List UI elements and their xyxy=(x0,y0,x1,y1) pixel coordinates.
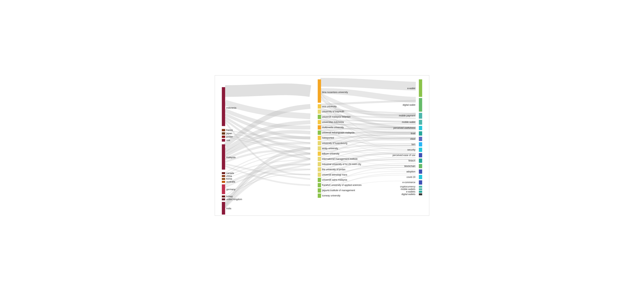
label-ecommerce: e-commerce xyxy=(402,181,416,184)
label-tam: tam xyxy=(412,143,416,146)
label-security: security xyxy=(407,148,415,151)
label-usa: usa xyxy=(226,139,230,142)
node-kebangsaan xyxy=(318,130,321,135)
node-security xyxy=(419,148,422,152)
node-indonesia xyxy=(222,87,225,126)
node-perceived-ease xyxy=(419,153,422,158)
label-telkom: telkom university xyxy=(322,152,339,155)
label-notreported: notreported xyxy=(322,136,334,139)
node-digital-wallets xyxy=(419,193,422,195)
label-covid19: covid-19 xyxy=(406,176,416,178)
label-amity: amity university xyxy=(322,147,338,150)
node-australia xyxy=(222,181,225,183)
node-bina-nusantara xyxy=(318,80,321,103)
node-mobile-payment xyxy=(419,113,422,118)
node-sains-malaysia xyxy=(318,178,321,182)
node-ecommerce xyxy=(419,180,422,185)
label-uk: united kingdom xyxy=(226,198,242,201)
label-australia: australia xyxy=(226,180,235,183)
node-fintech xyxy=(419,158,422,163)
label-blockchain: blockchain xyxy=(404,165,415,168)
label-e-wallet: e-wallet xyxy=(407,87,416,90)
node-cryptocurrency xyxy=(419,186,422,188)
node-trust xyxy=(419,131,422,136)
node-covid19 xyxy=(419,175,422,179)
node-korea xyxy=(222,178,225,180)
node-amity xyxy=(318,146,321,150)
label-e-wallets: e-wallets xyxy=(406,190,415,193)
node-telkom xyxy=(318,152,321,156)
node-jordan xyxy=(222,136,225,138)
node-france xyxy=(222,129,225,131)
label-jordan-uni: the university of jordan xyxy=(322,168,346,171)
label-bayreuth: university of bayreuth xyxy=(322,110,344,113)
label-frankfurt: frankfurt university of applied sciences xyxy=(322,184,362,186)
node-tam xyxy=(419,142,422,146)
node-imi xyxy=(318,157,321,161)
label-jordan: jordan xyxy=(226,135,233,138)
sankey-chart: indonesia france japan jordan usa malays… xyxy=(215,75,429,216)
node-china xyxy=(222,175,225,177)
label-kelantan: universiti malaysia kelantan xyxy=(322,116,350,118)
label-sains-malaysia: universiti sains malaysia xyxy=(322,178,347,181)
label-germany: germany xyxy=(226,188,236,191)
label-bina-nusantara: bina nusantara university xyxy=(322,91,348,94)
node-mobile-wallets xyxy=(419,188,422,190)
node-uk xyxy=(222,198,225,200)
node-sunway xyxy=(318,194,321,198)
node-blockchain xyxy=(419,164,422,168)
label-industrial-hcm: industrial university of ho chi minh cit… xyxy=(322,163,361,166)
node-frankfurt xyxy=(318,183,321,187)
node-usa xyxy=(222,139,225,142)
node-industrial-hcm xyxy=(318,162,321,166)
label-trust: trust xyxy=(411,132,416,135)
node-universitas-indonesia xyxy=(318,120,321,124)
label-mobile-payment: mobile payment xyxy=(399,114,416,117)
label-jaipuria: jaipuria institute of management xyxy=(322,189,355,192)
node-malaysia xyxy=(222,144,225,170)
node-jaipuria xyxy=(318,188,321,192)
label-teknologi-mara: universiti teknologi mara xyxy=(322,174,347,176)
label-mobile-wallet: mobile wallet xyxy=(402,121,416,124)
label-multimedia: multimedia university xyxy=(322,126,344,129)
node-japan xyxy=(222,132,225,134)
label-korea: korea xyxy=(226,178,232,180)
node-utaut xyxy=(419,137,422,141)
label-luxembourg: university of luxembourg xyxy=(322,142,347,144)
node-multimedia xyxy=(318,125,321,130)
node-teknologi-mara xyxy=(318,172,321,177)
node-jordan-uni xyxy=(318,167,321,172)
label-mobile-wallets: mobile wallets xyxy=(401,188,416,190)
label-adoption: adoption xyxy=(406,170,416,173)
label-perceived-ease: perceived ease of use xyxy=(392,154,416,156)
label-china: china xyxy=(226,175,232,178)
label-sunway: sunway university xyxy=(322,194,340,197)
node-e-wallets xyxy=(419,191,422,193)
node-ucsi xyxy=(318,104,321,109)
label-utaut: utaut xyxy=(410,138,416,140)
node-germany xyxy=(222,184,225,194)
node-kelantan xyxy=(318,115,321,119)
node-notreported xyxy=(318,136,321,140)
label-ucsi: ucsi university xyxy=(322,105,337,108)
label-canada: canada xyxy=(226,172,234,174)
label-india: india xyxy=(226,207,231,210)
label-digital-wallet: digital wallet xyxy=(403,104,416,106)
node-india xyxy=(222,202,225,214)
node-perceived-usefulness xyxy=(419,126,422,130)
label-fintech: fintech xyxy=(408,159,415,162)
node-turkey xyxy=(222,196,225,198)
node-e-wallet xyxy=(419,80,422,97)
node-mobile-wallet xyxy=(419,120,422,125)
node-adoption xyxy=(419,170,422,174)
label-universitas-indonesia: universitas indonesia xyxy=(322,121,344,124)
label-perceived-usefulness: perceived usefulness xyxy=(394,126,415,129)
node-luxembourg xyxy=(318,141,321,145)
label-digital-wallets: digital wallets xyxy=(402,193,416,196)
label-japan: japan xyxy=(226,132,232,135)
label-turkey: turkey xyxy=(226,195,233,198)
node-bayreuth xyxy=(318,110,321,114)
label-cryptocurrency: cryptocurrency xyxy=(400,185,415,188)
node-digital-wallet xyxy=(419,98,422,112)
label-kebangsaan: universiti kebangsaan malaysia xyxy=(322,131,354,134)
